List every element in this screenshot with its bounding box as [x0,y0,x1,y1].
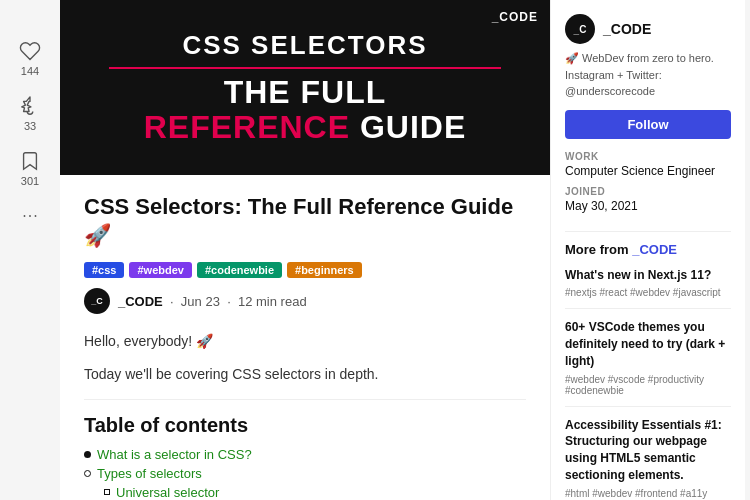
heart-action[interactable]: 144 [19,40,41,77]
joined-value: May 30, 2021 [565,199,731,213]
hero-divider [109,67,501,69]
hero-title-top: CSS SELECTORS [182,30,427,61]
tag-beginners[interactable]: #beginners [287,262,362,278]
profile-bio: 🚀 WebDev from zero to hero. Instagram + … [565,50,731,100]
related-article: Accessibility Essentials #1: Structuring… [565,417,731,500]
unicorn-icon [19,95,41,117]
bullet-icon [84,451,91,458]
right-sidebar: _C _CODE 🚀 WebDev from zero to hero. Ins… [550,0,745,500]
list-item: What is a selector in CSS? [84,447,526,462]
tag-css[interactable]: #css [84,262,124,278]
more-from-title: More from _CODE [565,242,731,257]
hero-image: _CODE CSS SELECTORS THE FULL REFERENCE G… [60,0,550,175]
author-meta: _CODE · Jun 23 · 12 min read [118,294,307,309]
list-item: Universal selector [84,485,526,500]
hero-subtitle: THE FULL REFERENCE GUIDE [144,75,467,145]
author-name[interactable]: _CODE [118,294,163,309]
page-wrapper: 144 33 301 _CODE CSS SELE [0,0,750,500]
related-article: 60+ VSCode themes you definitely need to… [565,319,731,406]
toc-link-types[interactable]: Types of selectors [97,466,202,481]
toc-title: Table of contents [84,414,526,437]
svg-point-1 [24,215,26,217]
hero-rest-text: GUIDE [350,109,466,145]
follow-button[interactable]: Follow [565,110,731,139]
main-content: _CODE CSS SELECTORS THE FULL REFERENCE G… [60,0,550,500]
bookmark-count: 301 [21,175,39,187]
more-from-prefix: More from [565,242,632,257]
hero-ref-text: REFERENCE [144,109,350,145]
svg-point-2 [35,215,37,217]
intro-text-1: Hello, everybody! 🚀 [84,330,526,352]
profile-avatar[interactable]: _C [565,14,595,44]
heart-count: 144 [21,65,39,77]
article-title: CSS Selectors: The Full Reference Guide … [84,193,526,250]
author-date: Jun 23 [181,294,220,309]
author-read: 12 min read [238,294,307,309]
related-title[interactable]: What's new in Next.js 11? [565,267,731,284]
related-tags: #webdev #vscode #productivity #codenewbi… [565,374,731,396]
unicorn-action[interactable]: 33 [19,95,41,132]
related-title[interactable]: 60+ VSCode themes you definitely need to… [565,319,731,369]
profile-name[interactable]: _CODE [603,21,651,37]
tag-webdev[interactable]: #webdev [129,262,191,278]
tags-row: #css #webdev #codenewbie #beginners [84,262,526,278]
intro-text-2: Today we'll be covering CSS selectors in… [84,363,526,385]
toc-link-what-is[interactable]: What is a selector in CSS? [97,447,252,462]
left-sidebar: 144 33 301 [0,0,60,500]
svg-point-0 [29,215,31,217]
author-avatar[interactable]: _C [84,288,110,314]
section-divider [565,231,731,232]
unicorn-count: 33 [24,120,36,132]
profile-header: _C _CODE [565,14,731,44]
bullet-icon [84,470,91,477]
toc-link-universal[interactable]: Universal selector [116,485,219,500]
author-row: _C _CODE · Jun 23 · 12 min read [84,288,526,314]
bookmark-action[interactable]: 301 [19,150,41,187]
content-divider [84,399,526,400]
more-action[interactable] [19,205,41,227]
list-item: Types of selectors [84,466,526,481]
tag-codenewbie[interactable]: #codenewbie [197,262,282,278]
hero-line2: THE FULL [144,75,467,110]
bookmark-icon [19,150,41,172]
hero-line3: REFERENCE GUIDE [144,110,467,145]
related-article: What's new in Next.js 11? #nextjs #react… [565,267,731,310]
toc-list: What is a selector in CSS? Types of sele… [84,447,526,500]
related-tags: #nextjs #react #webdev #javascript [565,287,731,298]
related-tags: #html #webdev #frontend #a11y [565,488,731,499]
heart-icon [19,40,41,62]
more-icon [19,205,41,227]
work-label: WORK [565,151,731,162]
article-body: CSS Selectors: The Full Reference Guide … [60,175,550,500]
work-value: Computer Science Engineer [565,164,731,178]
more-from-name[interactable]: _CODE [632,242,677,257]
joined-label: JOINED [565,186,731,197]
hero-code-badge: _CODE [492,10,538,24]
related-title[interactable]: Accessibility Essentials #1: Structuring… [565,417,731,484]
bullet-icon [104,489,110,495]
